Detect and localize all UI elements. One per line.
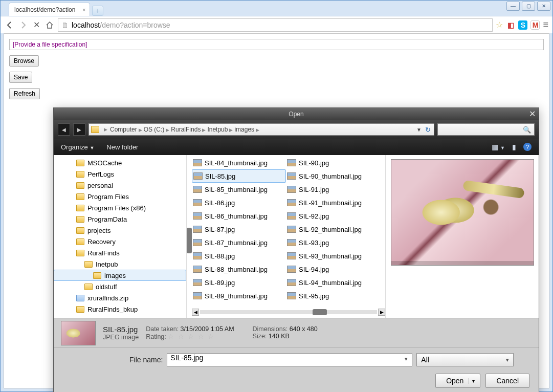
breadcrumb-segment[interactable]: Computer bbox=[110, 126, 137, 133]
file-spec-input[interactable] bbox=[9, 39, 544, 50]
scrollbar-thumb[interactable] bbox=[187, 228, 192, 253]
file-item[interactable]: SIL-88_thumbnail.jpg bbox=[192, 263, 286, 276]
nav-forward-button[interactable]: ▶ bbox=[73, 123, 85, 136]
breadcrumb-segment[interactable]: RuralFinds bbox=[171, 126, 201, 133]
scroll-right-icon[interactable]: ▶ bbox=[378, 309, 385, 316]
address-bar[interactable]: 🗎 localhost/demo?action=browse bbox=[58, 18, 493, 32]
file-item[interactable]: SIL-92.jpg bbox=[286, 209, 375, 223]
scrollbar-thumb[interactable] bbox=[313, 309, 327, 315]
gmail-icon[interactable]: M bbox=[530, 20, 540, 30]
rating-stars[interactable]: ☆ ☆ ☆ ☆ ☆ bbox=[168, 333, 215, 340]
filename-input[interactable]: SIL-85.jpg bbox=[167, 353, 412, 366]
tree-item[interactable]: personal bbox=[54, 180, 186, 191]
tree-item[interactable]: Program Files bbox=[54, 191, 186, 202]
search-input[interactable]: 🔍 bbox=[437, 123, 535, 136]
cancel-button[interactable]: Cancel bbox=[485, 374, 529, 388]
breadcrumb-segment[interactable]: Inetpub bbox=[207, 126, 228, 133]
filetype-filter[interactable]: All bbox=[416, 353, 514, 366]
folder-icon bbox=[76, 216, 84, 223]
tree-item-label: MSOCache bbox=[87, 159, 122, 167]
breadcrumb-sep: ▶ bbox=[201, 127, 207, 133]
file-item[interactable]: SIL-92_thumbnail.jpg bbox=[286, 223, 375, 236]
vertical-scrollbar[interactable] bbox=[187, 156, 192, 306]
breadcrumb-dropdown-icon[interactable]: ▼ bbox=[416, 127, 422, 133]
open-button[interactable]: Open▾ bbox=[435, 374, 480, 388]
folder-icon bbox=[91, 126, 99, 133]
file-item[interactable]: SIL-94.jpg bbox=[286, 263, 375, 276]
refresh-button[interactable]: Refresh bbox=[9, 88, 40, 99]
file-item[interactable]: SIL-85.jpg bbox=[192, 169, 286, 183]
browser-tab[interactable]: localhost/demo?action × bbox=[9, 3, 90, 16]
breadcrumb-segment[interactable]: images bbox=[234, 126, 254, 133]
view-mode-icon[interactable]: ▦ ▼ bbox=[492, 143, 505, 151]
image-file-icon bbox=[287, 186, 296, 193]
file-item[interactable]: SIL-95.jpg bbox=[286, 289, 375, 302]
stop-button[interactable]: ✕ bbox=[31, 20, 41, 30]
file-item-label: SIL-84_thumbnail.jpg bbox=[205, 159, 268, 167]
tree-item[interactable]: RuralFinds bbox=[54, 247, 186, 258]
close-button[interactable]: ✕ bbox=[537, 2, 550, 11]
tab-close-icon[interactable]: × bbox=[82, 7, 85, 13]
hamburger-menu-icon[interactable]: ≡ bbox=[543, 19, 548, 30]
new-folder-button[interactable]: New folder bbox=[106, 143, 138, 151]
maximize-button[interactable]: ▢ bbox=[522, 2, 535, 11]
file-item[interactable]: SIL-90_thumbnail.jpg bbox=[286, 169, 375, 183]
file-item[interactable]: SIL-89.jpg bbox=[192, 276, 286, 289]
preview-pane-icon[interactable]: ▮ bbox=[512, 143, 516, 151]
file-item[interactable]: SIL-85_thumbnail.jpg bbox=[192, 183, 286, 196]
file-item[interactable]: SIL-89_thumbnail.jpg bbox=[192, 289, 286, 302]
breadcrumb-sep: ▶ bbox=[254, 127, 261, 133]
back-button[interactable] bbox=[5, 20, 15, 30]
browse-button[interactable]: Browse bbox=[9, 55, 39, 67]
save-button[interactable]: Save bbox=[9, 72, 32, 83]
file-item[interactable]: SIL-93.jpg bbox=[286, 236, 375, 249]
nav-back-button[interactable]: ◀ bbox=[58, 123, 70, 136]
size-label: Size: bbox=[253, 333, 267, 340]
file-item[interactable]: SIL-88.jpg bbox=[192, 249, 286, 263]
open-split-icon[interactable]: ▾ bbox=[469, 378, 478, 384]
file-item-label: SIL-92_thumbnail.jpg bbox=[299, 226, 362, 233]
extension-block-icon[interactable]: ◧ bbox=[506, 20, 515, 30]
file-item[interactable]: SIL-91.jpg bbox=[286, 183, 375, 196]
help-icon[interactable]: ? bbox=[523, 143, 532, 151]
tree-item[interactable]: PerfLogs bbox=[54, 168, 186, 180]
file-item[interactable]: SIL-84_thumbnail.jpg bbox=[192, 156, 286, 169]
tree-item[interactable]: Recovery bbox=[54, 236, 186, 247]
skype-icon[interactable]: S bbox=[518, 20, 527, 30]
home-button[interactable] bbox=[45, 20, 55, 30]
tree-item[interactable]: Program Files (x86) bbox=[54, 202, 186, 213]
breadcrumb-refresh-icon[interactable]: ↻ bbox=[425, 126, 431, 134]
scroll-left-icon[interactable]: ◀ bbox=[192, 309, 199, 316]
file-item-label: SIL-90_thumbnail.jpg bbox=[299, 172, 362, 180]
file-item[interactable]: SIL-90.jpg bbox=[286, 156, 375, 169]
organize-menu[interactable]: Organize ▼ bbox=[61, 143, 94, 151]
file-item[interactable]: SIL-93_thumbnail.jpg bbox=[286, 249, 375, 263]
file-item[interactable]: SIL-91_thumbnail.jpg bbox=[286, 196, 375, 209]
dialog-close-icon[interactable]: ✕ bbox=[529, 109, 536, 119]
tree-item[interactable]: MSOCache bbox=[54, 157, 186, 168]
tree-item[interactable]: images bbox=[54, 270, 186, 281]
tree-item[interactable]: RuralFinds_bkup bbox=[54, 303, 186, 315]
file-item[interactable]: SIL-86.jpg bbox=[192, 196, 286, 209]
file-item[interactable]: SIL-94_thumbnail.jpg bbox=[286, 276, 375, 289]
file-item[interactable]: SIL-87_thumbnail.jpg bbox=[192, 236, 286, 249]
breadcrumb-bar[interactable]: ▶ Computer▶OS (C:)▶RuralFinds▶Inetpub▶im… bbox=[89, 123, 434, 136]
forward-button[interactable] bbox=[18, 20, 28, 30]
bookmark-star-icon[interactable]: ☆ bbox=[496, 20, 503, 30]
dialog-title: Open bbox=[289, 111, 303, 118]
tree-item[interactable]: projects bbox=[54, 225, 186, 236]
image-file-icon bbox=[287, 252, 296, 259]
folder-tree[interactable]: MSOCachePerfLogspersonalProgram FilesPro… bbox=[54, 155, 187, 318]
tree-item[interactable]: xruralfinds.zip bbox=[54, 292, 186, 303]
tree-item[interactable]: oldstuff bbox=[54, 281, 186, 292]
breadcrumb-segment[interactable]: OS (C:) bbox=[144, 126, 165, 133]
minimize-button[interactable]: — bbox=[506, 2, 520, 11]
new-tab-button[interactable]: + bbox=[92, 6, 103, 16]
dialog-toolbar: Organize ▼ New folder ▦ ▼ ▮ ? bbox=[54, 139, 539, 155]
dialog-bottom: File name: SIL-85.jpg All Open▾ Cancel bbox=[54, 347, 539, 392]
tree-item[interactable]: ProgramData bbox=[54, 213, 186, 225]
file-item[interactable]: SIL-87.jpg bbox=[192, 223, 286, 236]
file-item[interactable]: SIL-86_thumbnail.jpg bbox=[192, 209, 286, 223]
horizontal-scrollbar[interactable]: ◀ ▶ bbox=[192, 309, 385, 316]
tree-item[interactable]: Inetpub bbox=[54, 258, 186, 270]
